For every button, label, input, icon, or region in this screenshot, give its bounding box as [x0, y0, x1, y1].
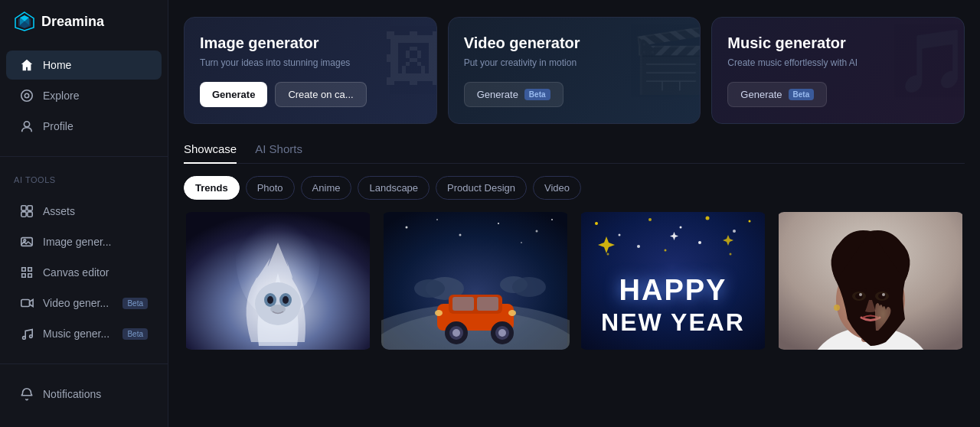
sidebar-item-profile[interactable]: Profile [6, 112, 162, 141]
svg-point-54 [508, 310, 516, 316]
filter-trends[interactable]: Trends [184, 176, 240, 200]
svg-point-32 [459, 234, 462, 236]
sidebar-bottom-divider [0, 363, 168, 364]
svg-point-80 [834, 305, 840, 311]
svg-point-30 [406, 227, 408, 229]
sidebar-item-notifications[interactable]: Notifications [6, 380, 162, 409]
svg-rect-9 [21, 206, 26, 210]
svg-point-58 [648, 218, 652, 221]
card-bg-decoration: 🖼 [383, 25, 437, 96]
video-gen-icon [20, 296, 34, 310]
sidebar-item-video-generator[interactable]: Video gener... Beta [6, 288, 162, 318]
svg-text:HAPPY: HAPPY [619, 274, 727, 306]
music-gen-icon [20, 327, 34, 341]
svg-rect-13 [21, 238, 32, 246]
music-gen-generate-button[interactable]: Generate Beta [727, 82, 827, 107]
filter-landscape[interactable]: Landscape [358, 176, 430, 200]
sidebar-home-label: Home [43, 59, 71, 71]
video-generator-card: 🎬 Video generator Put your creativity in… [448, 17, 701, 124]
image-card-lion[interactable] [184, 212, 372, 350]
svg-point-7 [24, 93, 28, 97]
image-gen-icon [20, 235, 34, 249]
svg-point-33 [498, 223, 499, 224]
sidebar-video-gen-label: Video gener... [43, 297, 109, 309]
sidebar-header: Dreamina [0, 0, 168, 43]
sidebar-bottom-nav: Notifications [0, 372, 168, 416]
filter-anime[interactable]: Anime [301, 176, 352, 200]
image-gen-canvas-button[interactable]: Create on ca... [275, 82, 366, 107]
filter-product-design[interactable]: Product Design [436, 176, 527, 200]
svg-point-61 [733, 230, 736, 233]
sidebar-navigation: Home Explore Profile [0, 43, 168, 148]
svg-point-31 [436, 219, 438, 220]
sidebar-music-gen-label: Music gener... [43, 328, 109, 340]
svg-point-59 [680, 227, 682, 229]
svg-rect-15 [21, 300, 30, 307]
svg-point-65 [665, 249, 667, 252]
svg-point-42 [512, 277, 546, 297]
music-gen-beta-badge: Beta [789, 89, 815, 100]
video-gen-beta-badge: Beta [122, 298, 148, 309]
svg-rect-45 [452, 297, 474, 311]
image-portrait [776, 212, 965, 350]
sidebar-canvas-label: Canvas editor [43, 266, 109, 279]
filter-video[interactable]: Video [533, 176, 581, 200]
card-bg-decoration: 🎬 [631, 25, 701, 97]
svg-point-60 [706, 217, 710, 220]
image-gen-generate-button[interactable]: Generate [200, 82, 267, 107]
tab-showcase[interactable]: Showcase [184, 142, 237, 163]
image-stars: HAPPY NEW YEAR [579, 212, 767, 350]
card-bg-decoration: 🎵 [895, 25, 965, 97]
filter-photo[interactable]: Photo [246, 176, 295, 200]
svg-point-28 [270, 305, 286, 314]
svg-point-6 [21, 90, 32, 101]
canvas-icon [20, 266, 34, 279]
image-grid: HAPPY NEW YEAR [184, 212, 965, 350]
sidebar-item-home[interactable]: Home [6, 51, 162, 80]
svg-point-66 [698, 241, 701, 244]
svg-point-53 [435, 310, 443, 316]
svg-point-40 [414, 279, 445, 298]
profile-icon [20, 119, 34, 133]
generator-cards: 🖼 Image generator Turn your ideas into s… [184, 17, 965, 124]
svg-point-23 [255, 282, 301, 325]
video-gen-generate-button[interactable]: Generate Beta [464, 82, 564, 107]
sidebar-item-image-generator[interactable]: Image gener... [6, 227, 162, 256]
sidebar-explore-label: Explore [43, 90, 79, 102]
svg-point-8 [24, 122, 29, 127]
image-card-portrait[interactable] [776, 212, 965, 350]
image-lion [184, 212, 372, 350]
image-card-stars[interactable]: HAPPY NEW YEAR [579, 212, 767, 350]
ai-tools-section-label: AI tools [0, 165, 168, 189]
assets-icon [20, 204, 34, 218]
sidebar-profile-label: Profile [43, 120, 74, 132]
image-car [381, 212, 570, 350]
sidebar-tools-navigation: Assets Image gener... Canvas editor Vide… [0, 189, 168, 356]
tab-ai-shorts[interactable]: AI Shorts [255, 142, 302, 163]
svg-point-63 [607, 253, 609, 256]
sidebar-image-gen-label: Image gener... [43, 236, 112, 248]
svg-point-57 [619, 234, 621, 236]
sidebar: Dreamina Home Explore Profile AI [0, 0, 168, 427]
image-card-car[interactable] [381, 212, 570, 350]
svg-point-36 [521, 242, 522, 243]
filter-buttons: Trends Photo Anime Landscape Product Des… [184, 176, 965, 200]
sidebar-divider [0, 156, 168, 157]
video-gen-beta-badge: Beta [524, 89, 550, 100]
sidebar-item-assets[interactable]: Assets [6, 197, 162, 226]
sidebar-notifications-label: Notifications [43, 388, 101, 400]
svg-point-17 [30, 335, 33, 338]
svg-point-49 [452, 329, 460, 337]
svg-text:NEW YEAR: NEW YEAR [601, 308, 745, 336]
svg-point-56 [595, 222, 598, 225]
music-generator-card: 🎵 Music generator Create music effortles… [711, 17, 965, 124]
app-name: Dreamina [41, 14, 104, 30]
sidebar-item-canvas-editor[interactable]: Canvas editor [6, 258, 162, 287]
svg-point-52 [498, 329, 506, 337]
logo-icon [14, 11, 35, 32]
sidebar-item-explore[interactable]: Explore [6, 81, 162, 110]
main-content: 🖼 Image generator Turn your ideas into s… [168, 0, 980, 427]
sidebar-item-music-generator[interactable]: Music gener... Beta [6, 319, 162, 348]
image-generator-card: 🖼 Image generator Turn your ideas into s… [184, 17, 437, 124]
sidebar-assets-label: Assets [43, 205, 75, 217]
